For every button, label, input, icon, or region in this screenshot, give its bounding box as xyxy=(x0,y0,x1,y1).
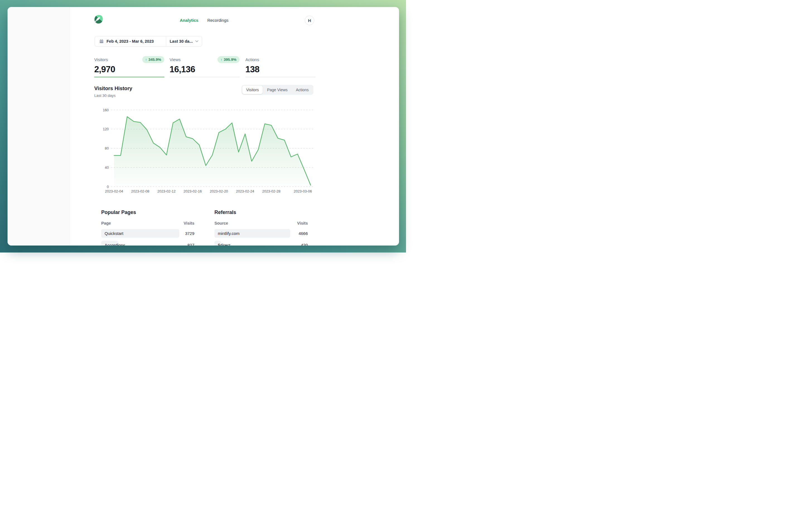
column-header-visits: Visits xyxy=(184,221,194,225)
tab-analytics[interactable]: Analytics xyxy=(180,18,199,23)
table-row: Accordions 827 xyxy=(101,241,194,245)
chart-tab-visitors[interactable]: Visitors xyxy=(242,86,263,94)
sidebar xyxy=(8,7,70,245)
visits-count: 420 xyxy=(301,241,308,245)
mintlify-logo-icon[interactable] xyxy=(94,15,103,24)
section-title-visitors-history: Visitors History xyxy=(94,86,132,92)
svg-text:2023-02-08: 2023-02-08 xyxy=(131,189,149,193)
date-range-text: Feb 4, 2023 - Mar 6, 2023 xyxy=(106,39,154,43)
visits-count: 3729 xyxy=(185,229,194,238)
arrow-up-icon: ↑ xyxy=(221,57,223,62)
table-title: Popular Pages xyxy=(101,209,194,215)
change-badge: ↑ 395.9% xyxy=(218,56,240,63)
column-header-page: Page xyxy=(101,221,111,225)
arrow-up-icon: ↑ xyxy=(145,57,147,62)
section-subtitle: Last 30 days xyxy=(94,94,116,98)
range-preset-text: Last 30 da... xyxy=(170,39,193,43)
chart-metric-tabs: Visitors Page Views Actions xyxy=(242,85,313,95)
table-title: Referrals xyxy=(215,209,308,215)
change-badge: ↑ 345.9% xyxy=(142,56,164,63)
tab-recordings[interactable]: Recordings xyxy=(207,18,228,23)
date-range-picker: Feb 4, 2023 - Mar 6, 2023 Last 30 da... xyxy=(94,36,202,47)
calendar-icon xyxy=(99,39,104,43)
page-background: Analytics Recordings H Feb 4, 2023 - Mar… xyxy=(0,0,406,252)
chart-tab-page-views[interactable]: Page Views xyxy=(263,86,292,94)
stat-actions[interactable]: Actions 138 xyxy=(245,56,315,77)
change-value: 395.9% xyxy=(224,57,237,62)
svg-text:2023-02-16: 2023-02-16 xyxy=(184,189,202,193)
table-row: Quickstart 3729 xyxy=(101,229,194,238)
stat-label: Views xyxy=(170,57,181,62)
svg-text:40: 40 xyxy=(105,165,109,170)
chart-tab-actions[interactable]: Actions xyxy=(292,86,313,94)
stat-value: 2,970 xyxy=(94,64,164,74)
svg-text:120: 120 xyxy=(103,127,109,131)
change-value: 345.9% xyxy=(148,57,161,62)
stat-value: 16,136 xyxy=(170,64,240,74)
stat-label: Visitors xyxy=(94,57,108,62)
popular-pages-table: Popular Pages Page Visits Quickstart 372… xyxy=(101,209,194,245)
top-nav: Analytics Recordings xyxy=(158,18,250,23)
avatar[interactable]: H xyxy=(305,16,314,25)
page-name: Accordions xyxy=(104,241,125,245)
svg-text:2023-02-24: 2023-02-24 xyxy=(236,189,254,193)
svg-text:80: 80 xyxy=(105,146,109,150)
svg-text:0: 0 xyxy=(107,185,109,189)
svg-text:2023-02-20: 2023-02-20 xyxy=(210,189,228,193)
table-row: mintlify.com 4666 xyxy=(215,229,308,238)
source-name: $direct xyxy=(218,241,230,245)
svg-text:2023-02-12: 2023-02-12 xyxy=(157,189,176,193)
stat-views[interactable]: Views ↑ 395.9% 16,136 xyxy=(170,56,240,77)
svg-text:2023-02-04: 2023-02-04 xyxy=(105,189,123,193)
svg-text:160: 160 xyxy=(103,108,109,112)
visitors-history-chart: 040801201602023-02-042023-02-082023-02-1… xyxy=(94,104,317,196)
stat-visitors[interactable]: Visitors ↑ 345.9% 2,970 xyxy=(94,56,164,77)
source-name: mintlify.com xyxy=(218,229,240,238)
referrals-table: Referrals Source Visits mintlify.com 466… xyxy=(215,209,308,245)
column-header-source: Source xyxy=(215,221,228,225)
page-name: Quickstart xyxy=(104,229,123,238)
visits-count: 4666 xyxy=(299,229,308,238)
visits-count: 827 xyxy=(187,241,194,245)
svg-text:2023-03-06: 2023-03-06 xyxy=(294,189,312,193)
svg-text:2023-02-28: 2023-02-28 xyxy=(262,189,280,193)
stat-value: 138 xyxy=(245,64,315,74)
column-header-visits: Visits xyxy=(297,221,308,225)
range-preset-dropdown[interactable]: Last 30 da... xyxy=(166,36,202,46)
stat-label: Actions xyxy=(245,57,259,62)
table-row: $direct 420 xyxy=(215,241,308,245)
chevron-down-icon xyxy=(195,40,199,42)
date-range-button[interactable]: Feb 4, 2023 - Mar 6, 2023 xyxy=(95,36,166,46)
app-card: Analytics Recordings H Feb 4, 2023 - Mar… xyxy=(8,7,399,245)
